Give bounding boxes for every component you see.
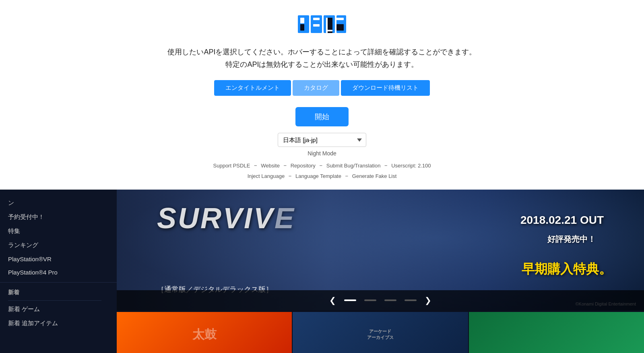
thumb-row: 太鼓 アーケードアーカイブス <box>117 310 644 353</box>
carousel-next[interactable]: ❯ <box>425 295 431 305</box>
carousel-dot-3[interactable] <box>384 299 396 301</box>
language-select[interactable]: 日本語 [ja-jp] English [en-us] English [en-… <box>278 133 366 147</box>
hero-good-reviews: 好評発売中！ <box>547 234 596 245</box>
hero-survive-text: SURVIVE <box>157 202 295 235</box>
psdle-logo <box>298 12 346 36</box>
hero-early-text: 早期購入特典。 <box>522 260 612 278</box>
sidebar-item-new-games[interactable]: 新着 ゲーム <box>0 302 117 316</box>
desc-line2: 特定のAPIは無効化することが出来ない可能性があります。 <box>225 60 418 68</box>
sidebar: ン 予約受付中！ 特集 ランキング PlayStation®VR PlaySta… <box>0 190 117 353</box>
sep3: − <box>320 163 323 169</box>
svg-rect-13 <box>336 24 344 31</box>
description-text: 使用したいAPIを選択してください。ホバーすることによって詳細を確認することがで… <box>8 46 636 70</box>
website-link[interactable]: Website <box>261 163 280 169</box>
night-mode-label[interactable]: Night Mode <box>8 150 636 157</box>
thumb-item-3[interactable] <box>469 312 644 353</box>
start-button-row: 開始 <box>8 107 636 133</box>
userscript-link[interactable]: Userscript: 2.100 <box>391 163 431 169</box>
svg-rect-5 <box>313 24 320 27</box>
carousel-dot-4[interactable] <box>405 299 417 301</box>
sidebar-item-ranking[interactable]: ランキング <box>0 238 117 252</box>
svg-rect-4 <box>313 18 320 20</box>
inject-language-link[interactable]: Inject Language <box>248 173 285 179</box>
sidebar-item-new-addons[interactable]: 新着 追加アイテム <box>0 316 117 330</box>
generate-fake-link[interactable]: Generate Fake List <box>352 173 397 179</box>
overlay-panel: 使用したいAPIを選択してください。ホバーすることによって詳細を確認することがで… <box>0 0 644 190</box>
sep6: − <box>345 173 349 179</box>
carousel-nav: ❮ ❯ <box>117 290 644 310</box>
carousel-dot-2[interactable] <box>364 299 376 301</box>
svg-rect-10 <box>326 30 332 31</box>
main-content: SURVIVE 2018.02.21 OUT 好評発売中！ 早期購入特典。 ［通… <box>117 190 644 353</box>
sep5: − <box>289 173 292 179</box>
entitlement-button[interactable]: エンタイトルメント <box>214 80 291 96</box>
sep4: − <box>384 163 388 169</box>
sidebar-item-special[interactable]: 特集 <box>0 224 117 238</box>
night-mode-text: Night Mode <box>308 150 336 157</box>
sidebar-section-new: 新着 <box>0 282 117 299</box>
footer-links: Support PSDLE − Website − Repository − S… <box>8 161 636 182</box>
logo-area <box>8 12 636 38</box>
sidebar-item-ps4pro[interactable]: PlayStation®4 Pro <box>0 266 117 279</box>
submit-bug-link[interactable]: Submit Bug/Translation <box>326 163 381 169</box>
svg-rect-2 <box>300 24 304 31</box>
sidebar-top-item: ン <box>0 196 117 210</box>
hero-date-text: 2018.02.21 OUT <box>520 214 604 227</box>
desc-line1: 使用したいAPIを選択してください。ホバーすることによって詳細を確認することがで… <box>167 48 476 56</box>
sidebar-item-psvr[interactable]: PlayStation®VR <box>0 252 117 266</box>
thumb-item-1[interactable]: 太鼓 <box>117 312 292 353</box>
carousel-dot-1[interactable] <box>344 299 356 301</box>
svg-rect-1 <box>300 18 304 23</box>
carousel-prev[interactable]: ❮ <box>329 295 336 305</box>
language-template-link[interactable]: Language Template <box>295 173 341 179</box>
language-select-row: 日本語 [ja-jp] English [en-us] English [en-… <box>8 133 636 147</box>
hero-banner: SURVIVE 2018.02.21 OUT 好評発売中！ 早期購入特典。 ［通… <box>117 190 644 310</box>
support-link[interactable]: Support PSDLE <box>213 163 250 169</box>
catalog-button[interactable]: カタログ <box>293 80 339 96</box>
download-queue-button[interactable]: ダウンロード待機リスト <box>341 80 430 96</box>
api-buttons-group: エンタイトルメント カタログ ダウンロード待機リスト <box>8 80 636 96</box>
sep1: − <box>254 163 257 169</box>
start-button[interactable]: 開始 <box>295 107 349 126</box>
thumb-item-2[interactable]: アーケードアーカイブス <box>293 312 468 353</box>
ps-store-area: ン 予約受付中！ 特集 ランキング PlayStation®VR PlaySta… <box>0 190 644 353</box>
sidebar-item-preorder[interactable]: 予約受付中！ <box>0 210 117 224</box>
svg-rect-12 <box>336 18 344 20</box>
repository-link[interactable]: Repository <box>291 163 316 169</box>
sep2: − <box>284 163 287 169</box>
